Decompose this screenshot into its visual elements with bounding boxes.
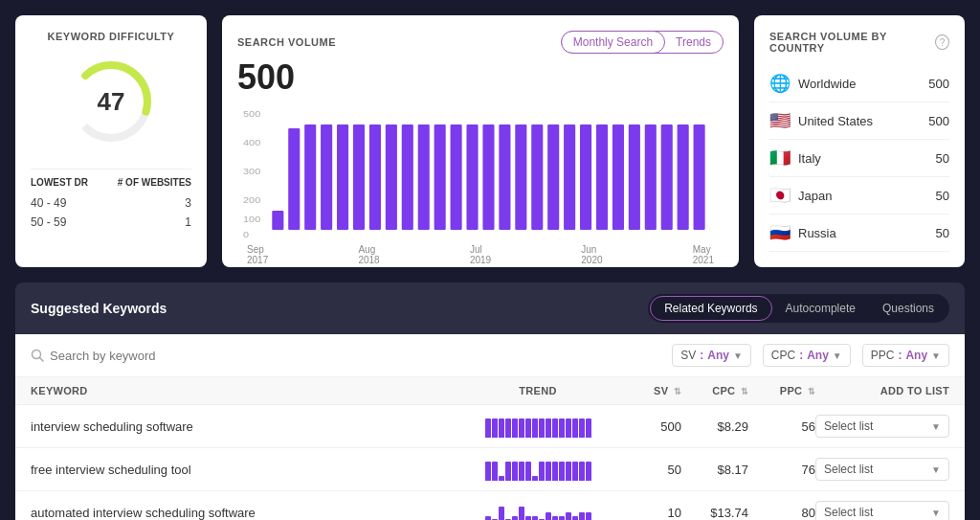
svg-rect-8 bbox=[272, 211, 283, 230]
svg-rect-21 bbox=[482, 124, 494, 230]
sv-filter-label: SV bbox=[680, 349, 696, 362]
svg-rect-29 bbox=[612, 124, 624, 230]
flag-worldwide: 🌐 bbox=[769, 73, 791, 94]
svg-rect-20 bbox=[466, 124, 478, 230]
ppc-filter[interactable]: PPC : Any ▼ bbox=[862, 344, 949, 367]
chart-container: 500 400 300 200 100 0 bbox=[237, 105, 724, 239]
svg-rect-24 bbox=[531, 124, 543, 230]
country-left-us: 🇺🇸 United States bbox=[769, 110, 873, 131]
kd-row-1: 40 - 49 3 bbox=[31, 193, 191, 213]
tab-related-keywords[interactable]: Related Keywords bbox=[650, 296, 771, 321]
keyword-difficulty-card: KEYWORD DIFFICULTY 47 LOWEST DR # OF WEB… bbox=[15, 15, 207, 267]
trend-bar bbox=[572, 462, 578, 481]
bottom-section: Suggested Keywords Related Keywords Auto… bbox=[0, 283, 980, 520]
trend-bar bbox=[566, 512, 571, 520]
x-label-4: Jun2020 bbox=[581, 244, 602, 265]
flag-us: 🇺🇸 bbox=[769, 110, 791, 131]
country-volume-card: SEARCH VOLUME BY COUNTRY ? 🌐 Worldwide 5… bbox=[754, 15, 965, 267]
trend-bar bbox=[579, 418, 585, 438]
suggested-header: Suggested Keywords Related Keywords Auto… bbox=[15, 283, 965, 334]
tab-questions[interactable]: Questions bbox=[869, 296, 947, 321]
cpc-1: $8.29 bbox=[681, 419, 748, 434]
svg-text:400: 400 bbox=[243, 138, 261, 147]
trend-bar bbox=[512, 418, 518, 438]
trend-1 bbox=[461, 415, 614, 438]
cpc-filter[interactable]: CPC : Any ▼ bbox=[763, 344, 851, 367]
keyword-1: interview scheduling software bbox=[31, 419, 461, 434]
cpc-2: $8.17 bbox=[681, 463, 748, 477]
x-label-1: Sep2017 bbox=[247, 244, 268, 265]
trend-bar bbox=[546, 418, 551, 438]
svg-rect-15 bbox=[386, 124, 397, 230]
trend-bar bbox=[566, 462, 571, 481]
cpc-chevron-icon: ▼ bbox=[833, 350, 842, 361]
trend-bar bbox=[519, 462, 524, 481]
trend-bar bbox=[532, 516, 538, 520]
kd-table-header: LOWEST DR # OF WEBSITES bbox=[31, 177, 191, 188]
country-value-russia: 50 bbox=[936, 226, 949, 240]
trend-bar bbox=[539, 418, 545, 438]
help-icon[interactable]: ? bbox=[935, 34, 949, 50]
tab-monthly-search[interactable]: Monthly Search bbox=[561, 31, 665, 54]
select-list-chevron-3: ▼ bbox=[931, 508, 941, 518]
sv-chevron-icon: ▼ bbox=[733, 350, 743, 361]
tab-autocomplete[interactable]: Autocomplete bbox=[772, 296, 869, 321]
svg-rect-26 bbox=[564, 124, 575, 230]
sv-filter[interactable]: SV : Any ▼ bbox=[672, 344, 751, 367]
trend-bar bbox=[485, 462, 491, 481]
trend-bar bbox=[532, 418, 538, 438]
svg-rect-11 bbox=[321, 124, 332, 230]
country-name-russia: Russia bbox=[798, 226, 836, 240]
sv-sort-icon: ⇅ bbox=[674, 387, 681, 396]
chart-svg: 500 400 300 200 100 0 bbox=[237, 105, 724, 239]
filter-row: SV : Any ▼ CPC : Any ▼ PPC : Any ▼ bbox=[15, 334, 965, 377]
trend-bar bbox=[566, 418, 571, 438]
trend-bar bbox=[579, 462, 585, 481]
trend-bar bbox=[586, 418, 591, 438]
trend-bar bbox=[492, 462, 498, 481]
select-list-2[interactable]: Select list ▼ bbox=[815, 458, 949, 481]
th-cpc[interactable]: CPC ⇅ bbox=[681, 385, 748, 396]
trend-bar bbox=[559, 516, 565, 520]
country-value-italy: 50 bbox=[936, 151, 949, 166]
trend-bar bbox=[552, 516, 558, 520]
svg-rect-27 bbox=[580, 124, 591, 230]
tab-trends[interactable]: Trends bbox=[664, 32, 723, 53]
trend-bar bbox=[525, 516, 531, 520]
trend-bar bbox=[552, 462, 558, 481]
trend-bars-3 bbox=[461, 501, 614, 520]
svg-line-36 bbox=[40, 358, 44, 362]
kd-table: LOWEST DR # OF WEBSITES 40 - 49 3 50 - 5… bbox=[31, 169, 191, 232]
svg-rect-14 bbox=[369, 124, 381, 230]
select-list-1[interactable]: Select list ▼ bbox=[815, 415, 949, 438]
country-left-russia: 🇷🇺 Russia bbox=[769, 222, 836, 243]
search-icon bbox=[31, 349, 44, 362]
th-ppc[interactable]: PPC ⇅ bbox=[748, 385, 815, 396]
trend-bar bbox=[499, 476, 504, 481]
trend-bars-1 bbox=[461, 415, 614, 438]
svg-text:300: 300 bbox=[243, 167, 261, 176]
country-left-worldwide: 🌐 Worldwide bbox=[769, 73, 856, 94]
trend-bar bbox=[586, 512, 591, 520]
ppc-2: 76 bbox=[748, 463, 815, 477]
keyword-search-input[interactable] bbox=[50, 349, 241, 363]
trend-bar bbox=[485, 418, 491, 438]
trend-bar bbox=[512, 462, 518, 481]
svg-rect-13 bbox=[353, 124, 365, 230]
x-label-5: May2021 bbox=[693, 244, 714, 265]
trend-bars-2 bbox=[461, 458, 614, 481]
th-keyword: KEYWORD bbox=[31, 385, 461, 396]
country-row-worldwide: 🌐 Worldwide 500 bbox=[769, 65, 949, 102]
trend-bar bbox=[546, 512, 551, 520]
sv-label: SEARCH VOLUME bbox=[237, 36, 336, 48]
ppc-filter-label: PPC bbox=[871, 349, 895, 362]
sv-number: 500 bbox=[237, 57, 724, 98]
kd-range-1: 40 - 49 bbox=[31, 196, 66, 210]
th-sv[interactable]: SV ⇅ bbox=[614, 385, 681, 396]
trend-bar bbox=[525, 462, 531, 481]
select-list-3[interactable]: Select list ▼ bbox=[815, 501, 949, 520]
filter-controls: SV : Any ▼ CPC : Any ▼ PPC : Any ▼ bbox=[672, 344, 949, 367]
trend-bar bbox=[552, 418, 558, 438]
svg-rect-32 bbox=[661, 124, 673, 230]
trend-bar bbox=[519, 418, 524, 438]
